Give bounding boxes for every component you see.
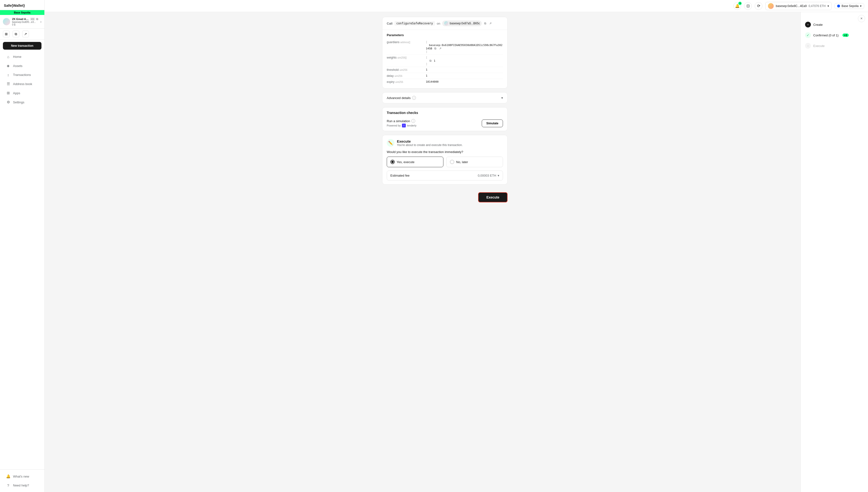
topbar: 🔔 9 ⊡ ⟳ basesep:0x6e8C...4Ea9 0,47076 ET… bbox=[45, 0, 868, 12]
call-method: configureSafeRecovery bbox=[395, 21, 435, 26]
guardian-copy-button[interactable]: ⧉ bbox=[434, 47, 437, 50]
execute-button[interactable]: Execute bbox=[478, 192, 508, 202]
network-badge: Base Sepolia bbox=[0, 10, 44, 15]
network-selector[interactable]: Base Sepolia ▾ bbox=[835, 3, 864, 9]
wallet-avatar bbox=[768, 3, 774, 9]
radio-no-label: No, later bbox=[456, 160, 468, 164]
fee-value: 0,00003 ETH bbox=[478, 174, 496, 177]
guardian-link-button[interactable]: ↗ bbox=[439, 47, 442, 50]
app-logo: Safe{Wallet} bbox=[0, 0, 44, 10]
advanced-details-info-icon: i bbox=[412, 96, 416, 100]
account-section: ZK Email Account ... 1/1 ⧉ basesep:0xd0f… bbox=[0, 15, 44, 29]
sidebar-item-need-help[interactable]: ? Need help? bbox=[2, 481, 42, 490]
step-confirmed-badge: +1 bbox=[842, 33, 849, 37]
simulation-info-icon: i bbox=[411, 119, 415, 123]
account-expand-icon[interactable]: › bbox=[40, 20, 42, 24]
account-avatar bbox=[3, 18, 10, 25]
sidebar-item-home[interactable]: ⌂ Home bbox=[2, 52, 42, 61]
wallet-selector[interactable]: basesep:0x6e8C...4Ea9 0,47076 ETH ▾ bbox=[765, 2, 831, 10]
call-card: Call configureSafeRecovery on basesep:0x… bbox=[382, 17, 508, 89]
sidebar-item-assets[interactable]: ◈ Assets bbox=[2, 62, 42, 70]
network-dot-icon bbox=[837, 5, 840, 7]
sidebar-icon-row: ⊞ ⧉ ↗ bbox=[0, 29, 44, 40]
close-button[interactable]: × bbox=[858, 15, 865, 22]
whats-new-icon: 🔔 bbox=[6, 474, 10, 478]
content-inner: Call configureSafeRecovery on basesep:0x… bbox=[382, 17, 508, 203]
sidebar-item-label-apps: Apps bbox=[13, 91, 20, 95]
wallet-chevron-icon: ▾ bbox=[827, 4, 829, 8]
copy-icon-btn[interactable]: ⧉ bbox=[13, 31, 19, 38]
weights-copy-button[interactable]: ⧉ bbox=[429, 59, 432, 63]
sidebar-nav: ⌂ Home ◈ Assets ↕ Transactions ☰ Address… bbox=[0, 52, 44, 469]
account-copy-icon[interactable]: ⧉ bbox=[36, 17, 38, 21]
sidebar-item-address-book[interactable]: ☰ Address book bbox=[2, 79, 42, 88]
parameters-section: Parameters guardians address[] [ basesep… bbox=[382, 30, 507, 88]
right-panel: × + Create ✓ Confirmed (0 of 1) +1 ○ Exe… bbox=[800, 12, 868, 492]
radio-no[interactable]: No, later bbox=[446, 156, 503, 167]
network-chevron-icon: ▾ bbox=[860, 4, 862, 8]
powered-by-text: Powered by bbox=[387, 124, 401, 127]
sidebar-item-whats-new[interactable]: 🔔 What's new bbox=[2, 472, 42, 481]
notifications-icon-btn[interactable]: 🔔 9 bbox=[733, 2, 741, 10]
fee-label: Estimated fee bbox=[390, 174, 409, 177]
call-header: Call configureSafeRecovery on basesep:0x… bbox=[382, 17, 507, 30]
radio-yes-circle bbox=[390, 160, 395, 164]
param-value-threshold: 1 bbox=[426, 68, 503, 71]
sidebar-item-label-whats-new: What's new bbox=[13, 475, 29, 478]
content-scroll: Call configureSafeRecovery on basesep:0x… bbox=[89, 12, 800, 492]
tx-checks-title: Transaction checks bbox=[382, 107, 507, 117]
param-name-threshold: threshold uint256 bbox=[387, 68, 423, 72]
param-row-expiry: expiry uint256 18144000 bbox=[387, 79, 503, 85]
sidebar-bottom: 🔔 What's new ? Need help? bbox=[0, 469, 44, 492]
call-copy-button[interactable]: ⧉ bbox=[484, 22, 487, 25]
parameters-title: Parameters bbox=[387, 33, 503, 37]
account-address: basesep:0xd0f3...e3... bbox=[12, 21, 38, 23]
param-value-guardians: [ basesep:0x6188FCEAAE95038d88A1D51c598c… bbox=[426, 41, 503, 53]
sidebar-item-label-need-help: Need help? bbox=[13, 484, 29, 487]
new-transaction-button[interactable]: New transaction bbox=[3, 42, 42, 50]
call-link-button[interactable]: ↗ bbox=[489, 22, 492, 25]
advanced-details-header[interactable]: Advanced details i ▾ bbox=[382, 93, 507, 103]
call-address-avatar bbox=[444, 21, 448, 26]
call-address: basesep:0x87a5...B65c bbox=[450, 22, 480, 25]
param-name-weights: weights uint256[] bbox=[387, 56, 423, 59]
grid-icon-btn[interactable]: ⊞ bbox=[3, 31, 10, 38]
main-area: Call configureSafeRecovery on basesep:0x… bbox=[89, 12, 868, 492]
param-name-delay: delay uint256 bbox=[387, 74, 423, 78]
param-value-weights: [ ⧉ 1 ] bbox=[426, 56, 503, 66]
wallet-address: basesep:0x6e8C...4Ea9 bbox=[776, 4, 806, 8]
execute-pencil-icon: ✏️ bbox=[387, 139, 395, 147]
execute-question: Would you like to execute the transactio… bbox=[387, 150, 503, 154]
sidebar-item-label-transactions: Transactions bbox=[13, 73, 31, 77]
sidebar-item-transactions[interactable]: ↕ Transactions bbox=[2, 71, 42, 79]
execute-card: ✏️ Execute You're about to create and ex… bbox=[382, 135, 508, 184]
connect-icon-btn[interactable]: ⟳ bbox=[755, 2, 763, 10]
address-book-icon: ☰ bbox=[6, 82, 10, 86]
step-create-label: Create bbox=[813, 23, 823, 26]
tenderly-label: tenderly bbox=[407, 124, 416, 127]
sidebar-item-label-home: Home bbox=[13, 55, 21, 58]
network-name: Base Sepolia bbox=[842, 4, 859, 8]
radio-no-circle bbox=[450, 160, 454, 164]
sidebar-item-settings[interactable]: ⚙ Settings bbox=[2, 98, 42, 106]
step-item-confirmed: ✓ Confirmed (0 of 1) +1 bbox=[805, 30, 864, 41]
tx-checks-card: Transaction checks Run a simulation i Po… bbox=[382, 107, 508, 131]
sidebar-item-apps[interactable]: ⊞ Apps bbox=[2, 89, 42, 97]
external-link-icon-btn[interactable]: ↗ bbox=[22, 31, 29, 38]
radio-yes-label: Yes, execute bbox=[397, 160, 415, 164]
fee-row: Estimated fee 0,00003 ETH ▾ bbox=[387, 171, 503, 180]
fee-chevron-icon[interactable]: ▾ bbox=[498, 174, 499, 177]
simulate-button[interactable]: Simulate bbox=[482, 120, 503, 127]
call-address-chip: basesep:0x87a5...B65c bbox=[442, 21, 482, 26]
param-value-delay: 1 bbox=[426, 74, 503, 77]
step-create-icon: + bbox=[805, 22, 811, 27]
radio-yes[interactable]: Yes, execute bbox=[387, 156, 443, 167]
notification-badge: 9 bbox=[738, 2, 742, 5]
settings-icon: ⚙ bbox=[6, 100, 10, 104]
step-confirmed-label: Confirmed (0 of 1) bbox=[813, 33, 839, 37]
call-on-text: on bbox=[437, 22, 440, 25]
execute-subtitle: You're about to create and execute this … bbox=[397, 143, 463, 147]
layers-icon-btn[interactable]: ⊡ bbox=[744, 2, 752, 10]
radio-options: Yes, execute No, later bbox=[387, 156, 503, 167]
need-help-icon: ? bbox=[6, 483, 10, 487]
